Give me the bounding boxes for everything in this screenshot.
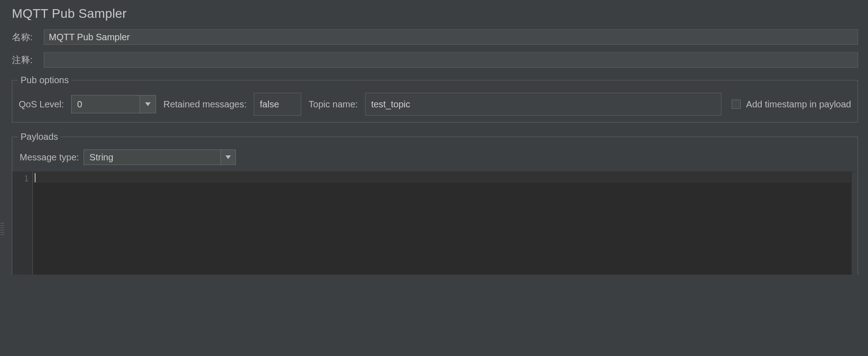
message-type-dropdown-button[interactable] [220,149,236,165]
current-line-highlight [33,172,851,183]
message-type-value: String [84,149,220,165]
comment-label: 注释: [12,54,44,66]
editor-gutter: 1 [12,172,32,275]
qos-value: 0 [71,95,140,113]
qos-dropdown-button[interactable] [140,95,156,113]
retained-input[interactable] [254,93,301,116]
name-input[interactable] [44,29,858,45]
pub-options-legend: Pub options [18,75,72,85]
topic-input[interactable] [365,93,722,116]
svg-marker-0 [145,102,151,106]
timestamp-checkbox-wrap[interactable]: Add timestamp in payload [732,99,851,110]
editor-body[interactable] [32,172,858,275]
qos-select[interactable]: 0 [71,95,156,113]
topic-label: Topic name: [309,99,358,110]
payload-editor[interactable]: 1 [12,171,858,275]
payloads-legend: Payloads [18,132,61,142]
chevron-down-icon [145,102,151,106]
timestamp-checkbox[interactable] [732,100,741,109]
pub-options-group: Pub options QoS Level: 0 Retained messag… [12,75,858,122]
editor-caret [35,173,36,182]
chevron-down-icon [225,155,231,159]
page-title: MQTT Pub Sampler [12,6,858,21]
message-type-label: Message type: [20,152,79,163]
line-number: 1 [12,174,29,183]
sampler-panel: MQTT Pub Sampler 名称: 注释: Pub options QoS… [0,0,868,285]
name-label: 名称: [12,31,44,43]
message-type-row: Message type: String [19,149,851,171]
vertical-scrollbar[interactable] [851,172,858,275]
comment-row: 注释: [12,52,858,68]
payloads-group: Payloads Message type: String 1 [12,132,858,275]
message-type-select[interactable]: String [84,149,236,165]
retained-label: Retained messages: [163,99,246,110]
name-row: 名称: [12,29,858,45]
comment-input[interactable] [44,52,858,68]
pub-options-row: QoS Level: 0 Retained messages: Topic na… [19,93,851,116]
timestamp-label: Add timestamp in payload [746,99,851,110]
resize-handle-icon[interactable] [0,222,5,236]
qos-label: QoS Level: [19,99,64,110]
svg-marker-1 [225,155,231,159]
